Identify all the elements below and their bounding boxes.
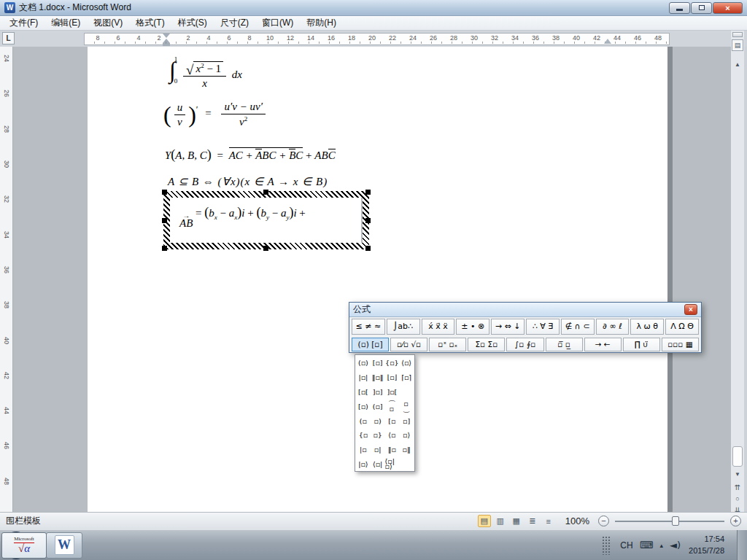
tab-stop-selector[interactable]: L (2, 32, 15, 44)
horizontal-ruler[interactable]: 8642 24681012141618202224262830323436384… (84, 33, 670, 45)
operator-symbols-button[interactable]: ± • ⊗ (456, 319, 489, 335)
fence-templates-button[interactable]: (▫) [▫] (352, 338, 389, 351)
select-browse-object-button[interactable]: ○ (732, 493, 743, 505)
fence-template-option[interactable]: (▫ (356, 413, 371, 428)
resize-handle-sw[interactable] (162, 246, 167, 251)
fence-template-option[interactable]: ▫ ‿ (399, 399, 414, 413)
minimize-button[interactable] (669, 2, 690, 14)
fence-template-option[interactable] (399, 457, 414, 472)
zoom-in-button[interactable]: + (730, 516, 741, 526)
fence-template-option[interactable]: ⌈▫⌉ (399, 370, 414, 385)
fence-templates-dropdown[interactable]: (▫)[▫]{▫}⟨▫⟩|▫|‖▫‖⌊▫⌋⌈▫⌉[▫[]▫]]▫[[▫)(▫]⁀… (355, 354, 415, 472)
fence-template-option[interactable]: ‖▫‖ (371, 370, 385, 385)
fence-template-option[interactable]: ]▫] (371, 385, 385, 400)
labeled-arrow-templates-button[interactable]: → ← (584, 338, 622, 351)
resize-handle-s[interactable] (263, 246, 268, 251)
language-indicator[interactable]: CH (620, 540, 632, 551)
spaces-ellipses-button[interactable]: ⌡ab∴ (387, 319, 420, 335)
hidden-icons-button[interactable]: ▴ (659, 542, 663, 549)
zoom-slider[interactable] (615, 521, 724, 522)
fullscreen-reading-view-button[interactable]: ▥ (494, 515, 507, 527)
menu-item[interactable]: 帮助(H) (300, 15, 343, 31)
fence-template-option[interactable]: ⟨▫ (385, 428, 400, 443)
fence-template-option[interactable]: (▫) (356, 356, 371, 370)
fence-template-option[interactable]: [▫] (371, 356, 385, 370)
fence-template-option[interactable]: {▫ (356, 428, 371, 443)
resize-handle-ne[interactable] (365, 190, 371, 195)
fence-template-option[interactable]: ⟨▫|▫⟩ (385, 457, 400, 472)
palette-close-button[interactable]: × (684, 304, 697, 315)
title-bar[interactable]: W 文档 1.docx - Microsoft Word × (0, 0, 747, 16)
tray-grip[interactable] (602, 536, 611, 555)
fence-template-option[interactable]: |▫| (356, 370, 371, 385)
menu-item[interactable]: 编辑(E) (44, 15, 87, 31)
split-handle[interactable] (732, 32, 743, 37)
scrollbar-thumb[interactable] (732, 446, 743, 467)
fence-template-option[interactable]: ▫} (371, 428, 385, 443)
menu-item[interactable]: 文件(F) (3, 15, 44, 31)
greek-uppercase-button[interactable]: Λ Ω Θ (665, 319, 699, 335)
fence-template-option[interactable]: ]▫[ (385, 385, 400, 400)
fence-template-option[interactable]: ⁀ ▫ (385, 399, 400, 413)
product-set-templates-button[interactable]: ∏̈ ∪̈ (623, 338, 660, 351)
arrow-symbols-button[interactable]: → ⇔ ↓ (491, 319, 525, 335)
close-button[interactable]: × (713, 2, 743, 14)
resize-handle-se[interactable] (365, 246, 371, 251)
fence-template-option[interactable] (399, 385, 414, 400)
menu-item[interactable]: 窗口(W) (255, 15, 300, 31)
subscript-superscript-templates-button[interactable]: ▫ˣ ▫ₓ (429, 338, 466, 351)
web-layout-view-button[interactable]: ▦ (510, 515, 523, 527)
vertical-scrollbar[interactable]: ▤ ▲ ▼ ⇈ ○ ⇊ (731, 31, 744, 512)
resize-handle-e[interactable] (365, 218, 371, 223)
taskbar-word-button[interactable]: W (46, 532, 82, 559)
speaker-icon[interactable]: ◄) (670, 540, 681, 551)
previous-page-button[interactable]: ⇈ (732, 481, 743, 493)
equation-vector[interactable]: →AB = (bx − ax)i + (by − ay)i + (179, 205, 306, 229)
selected-equation-object[interactable]: →AB = (bx − ax)i + (by − ay)i + (163, 191, 369, 249)
fence-template-option[interactable]: [▫) (356, 399, 371, 413)
fence-template-option[interactable]: ⟨▫| (371, 457, 385, 472)
equation-integral[interactable]: ∫ 1 0 √ x2 − 1 x dx (169, 55, 242, 90)
menu-item[interactable]: 样式(S) (171, 15, 214, 31)
fence-template-option[interactable]: ▫⟩ (399, 428, 414, 443)
palette-title-bar[interactable]: 公式 × (349, 303, 701, 317)
summation-templates-button[interactable]: Σ▫ Σ▫ (468, 338, 505, 351)
logical-symbols-button[interactable]: ∴ ∀ ∃ (526, 319, 560, 335)
greek-lowercase-button[interactable]: λ ω θ (630, 319, 664, 335)
fence-template-option[interactable]: [▫ (385, 413, 400, 428)
menu-item[interactable]: 视图(V) (87, 15, 129, 31)
misc-symbols-button[interactable]: ∂ ∞ ℓ (596, 319, 630, 335)
right-indent-marker[interactable] (604, 39, 611, 44)
relational-symbols-button[interactable]: ≤ ≠ ≈ (352, 319, 385, 335)
fence-template-option[interactable]: (▫] (371, 399, 385, 413)
print-layout-view-button[interactable]: ▤ (478, 515, 491, 527)
ruler-toggle-button[interactable]: ▤ (732, 39, 743, 51)
integral-templates-button[interactable]: ∫▫ ∮▫ (506, 338, 543, 351)
taskbar-equation-editor-button[interactable]: Microsoft √α (1, 532, 47, 559)
matrix-templates-button[interactable]: ▫▫▫ ▦ (662, 338, 699, 351)
fence-template-option[interactable]: |▫⟩ (356, 457, 371, 472)
equation-set-logic[interactable]: A ⊆ B ⇔ (∀x)(x ∈ A → x ∈ B) (168, 175, 328, 188)
taskbar-clock[interactable]: 17:54 2015/7/28 (689, 534, 724, 556)
resize-handle-n[interactable] (263, 190, 268, 195)
resize-handle-nw[interactable] (162, 190, 167, 195)
fence-template-option[interactable]: ▫| (371, 443, 385, 457)
bar-templates-button[interactable]: ▫̅ ▫̲ (546, 338, 583, 351)
keyboard-icon[interactable]: ⌨ (640, 540, 654, 551)
draft-view-button[interactable]: ≡ (542, 515, 555, 527)
menu-item[interactable]: 尺寸(Z) (214, 15, 255, 31)
zoom-slider-thumb[interactable] (672, 516, 679, 526)
zoom-out-button[interactable]: − (598, 516, 609, 526)
set-theory-symbols-button[interactable]: ∉ ∩ ⊂ (561, 319, 595, 335)
equation-quotient-rule[interactable]: (uv)′ = u′v − uv′v2 (163, 101, 268, 128)
indent-marker[interactable] (163, 34, 170, 46)
fence-template-option[interactable]: ▫] (399, 413, 414, 428)
formula-palette[interactable]: 公式 × ≤ ≠ ≈ ⌡ab∴ x́ x⃗ ẍ ± • ⊗ → ⇔ ↓ ∴ ∀ … (349, 302, 702, 353)
menu-item[interactable]: 格式(T) (129, 15, 171, 31)
fence-template-option[interactable]: {▫} (385, 356, 400, 370)
show-desktop-button[interactable] (737, 530, 747, 560)
fence-template-option[interactable]: ‖▫ (385, 443, 400, 457)
embellishments-button[interactable]: x́ x⃗ ẍ (422, 319, 455, 335)
equation-edit-surface[interactable]: →AB = (bx − ax)i + (by − ay)i + (170, 198, 363, 243)
fence-template-option[interactable]: ▫) (371, 413, 385, 428)
